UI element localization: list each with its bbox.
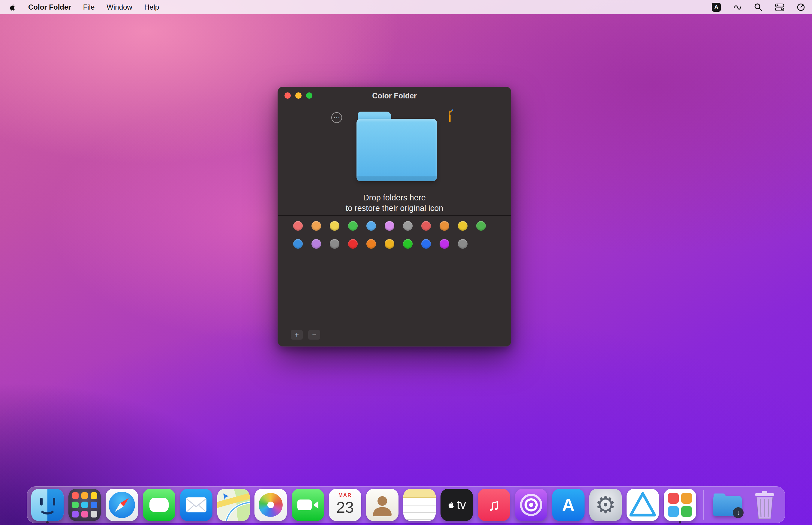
- color-swatch[interactable]: [366, 239, 376, 249]
- drop-line-1: Drop folders here: [278, 193, 511, 203]
- appstore-glyph: A: [562, 495, 575, 515]
- dock-item-safari[interactable]: [106, 487, 138, 522]
- dock-item-trash[interactable]: [748, 487, 781, 522]
- calendar-day: 23: [329, 498, 361, 516]
- dock-item-triangle-app[interactable]: [627, 487, 659, 522]
- menu-bar: Color Folder File Window Help A: [0, 0, 812, 14]
- window-title: Color Folder: [278, 91, 511, 100]
- running-indicator: [46, 521, 49, 524]
- music-icon: ♫: [478, 489, 510, 521]
- color-swatch[interactable]: [458, 239, 467, 249]
- calendar-month: MAR: [329, 492, 361, 498]
- color-swatch[interactable]: [458, 221, 467, 231]
- dock-item-downloads[interactable]: ↓: [711, 487, 743, 522]
- dock-item-finder[interactable]: [31, 487, 64, 522]
- color-swatch[interactable]: [421, 221, 431, 231]
- keyboard-input-badge[interactable]: A: [712, 3, 721, 12]
- mail-icon: [180, 489, 212, 521]
- notes-icon: [403, 489, 436, 521]
- remove-color-button[interactable]: −: [308, 330, 320, 340]
- dock-item-colors-app[interactable]: [664, 487, 696, 522]
- dock-item-contacts[interactable]: [366, 487, 399, 522]
- status-circle-icon[interactable]: [796, 3, 806, 12]
- color-swatch[interactable]: [293, 239, 303, 249]
- dock-item-messages[interactable]: [143, 487, 175, 522]
- downloads-folder-icon: ↓: [711, 489, 743, 521]
- trash-icon: [748, 489, 781, 521]
- dock-item-appletv[interactable]: tv: [440, 487, 473, 522]
- dock-item-maps[interactable]: [217, 487, 250, 522]
- color-swatch[interactable]: [312, 239, 321, 249]
- maps-icon: [217, 489, 250, 521]
- color-swatch[interactable]: [330, 239, 340, 249]
- apple-menu[interactable]: [9, 3, 16, 12]
- dock-item-podcasts[interactable]: [515, 487, 547, 522]
- dock-item-mail[interactable]: [180, 487, 212, 522]
- dock-item-appstore[interactable]: A: [552, 487, 585, 522]
- color-swatch[interactable]: [403, 239, 412, 249]
- system-preferences-icon: ⚙: [589, 489, 622, 521]
- facetime-icon: [292, 489, 324, 521]
- triangle-app-icon: [627, 489, 659, 521]
- menu-app-name[interactable]: Color Folder: [28, 3, 71, 11]
- window-divider: [278, 215, 511, 216]
- menu-bar-right: A: [712, 3, 806, 12]
- photos-icon: [254, 489, 287, 521]
- color-swatch[interactable]: [476, 221, 486, 231]
- contacts-icon: [366, 489, 399, 521]
- dock-item-facetime[interactable]: [292, 487, 324, 522]
- dock-divider: [703, 490, 704, 520]
- color-swatch[interactable]: [385, 221, 394, 231]
- calendar-icon: MAR 23: [329, 489, 361, 521]
- dock-item-launchpad[interactable]: [69, 487, 101, 522]
- appletv-label: tv: [457, 498, 466, 511]
- dock-item-photos[interactable]: [254, 487, 287, 522]
- title-bar[interactable]: Color Folder: [278, 87, 511, 104]
- ellipsis-icon: ⋯: [333, 114, 340, 121]
- palette-row-2: [293, 239, 486, 249]
- restore-tool-icon[interactable]: [445, 109, 455, 124]
- color-swatch[interactable]: [293, 221, 303, 231]
- colors-app-icon: [664, 489, 696, 521]
- color-folder-window: Color Folder ⋯ Drop folders here to rest…: [277, 87, 511, 346]
- color-swatch[interactable]: [348, 221, 358, 231]
- music-note-glyph: ♫: [487, 495, 500, 514]
- dock-item-notes[interactable]: [403, 487, 436, 522]
- color-swatch[interactable]: [330, 221, 340, 231]
- podcasts-icon: [515, 489, 547, 521]
- palette-row-1: [293, 221, 486, 231]
- desktop: Color Folder File Window Help A: [0, 0, 812, 525]
- safari-icon: [106, 489, 138, 521]
- menu-window[interactable]: Window: [106, 3, 132, 11]
- folder-drop-target[interactable]: [357, 111, 437, 181]
- finder-icon: [31, 489, 64, 521]
- color-palette: [293, 221, 486, 249]
- window-footer: + −: [291, 330, 320, 340]
- color-swatch[interactable]: [440, 221, 449, 231]
- add-color-button[interactable]: +: [291, 330, 303, 340]
- spotlight-search-icon[interactable]: [754, 3, 763, 12]
- color-swatch[interactable]: [348, 239, 358, 249]
- color-swatch[interactable]: [366, 221, 376, 231]
- launchpad-icon: [69, 489, 101, 521]
- appstore-icon: A: [552, 489, 585, 521]
- menu-help[interactable]: Help: [144, 3, 159, 11]
- control-center-icon[interactable]: [775, 3, 784, 12]
- gear-icon: ⚙: [595, 493, 616, 516]
- dock-item-calendar[interactable]: MAR 23: [329, 487, 361, 522]
- menu-bar-left: Color Folder File Window Help: [9, 3, 159, 12]
- color-swatch[interactable]: [440, 239, 449, 249]
- color-swatch[interactable]: [421, 239, 431, 249]
- dock-item-music[interactable]: ♫: [478, 487, 510, 522]
- options-button[interactable]: ⋯: [331, 112, 342, 123]
- color-swatch[interactable]: [385, 239, 394, 249]
- appletv-icon: tv: [440, 489, 473, 521]
- wave-icon[interactable]: [733, 3, 742, 12]
- apple-logo-icon: [9, 3, 16, 12]
- dock-item-system-preferences[interactable]: ⚙: [589, 487, 622, 522]
- drop-instructions: Drop folders here to restore their origi…: [278, 193, 511, 214]
- download-arrow-icon: ↓: [733, 507, 743, 518]
- color-swatch[interactable]: [403, 221, 412, 231]
- menu-file[interactable]: File: [83, 3, 95, 11]
- color-swatch[interactable]: [312, 221, 321, 231]
